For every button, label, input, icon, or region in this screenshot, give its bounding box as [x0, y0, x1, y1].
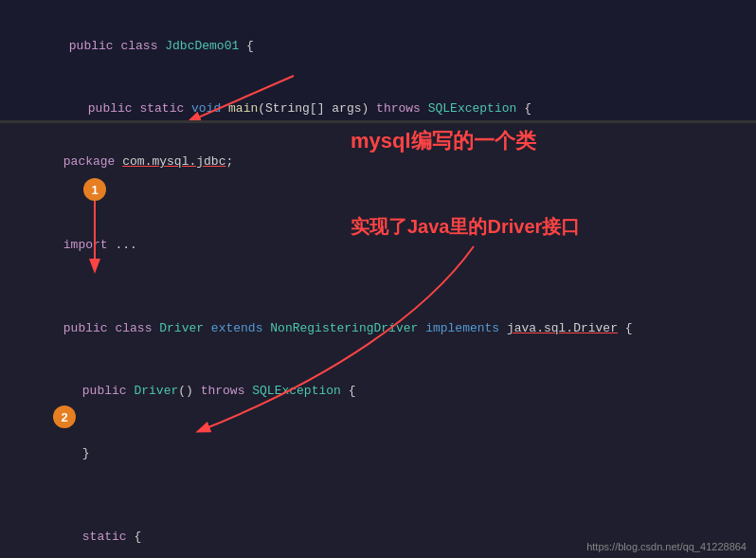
- bottom-code-container: package com.mysql.jdbc; import ... publi…: [0, 123, 756, 558]
- kw-static: static: [139, 101, 191, 116]
- package-name: com.mysql.jdbc: [122, 154, 225, 169]
- kw-implements: implements: [425, 321, 499, 335]
- blank-1: [9, 193, 756, 214]
- kw-throws2: throws: [201, 384, 253, 398]
- badge-2: 2: [53, 405, 76, 428]
- kw-pub-class: public: [63, 321, 116, 335]
- top-code-section: public class JdbcDemo01 { public static …: [0, 0, 756, 123]
- space2: [418, 321, 425, 335]
- main-params: (String[] args): [258, 101, 376, 116]
- ctor-parens: (): [178, 384, 200, 398]
- keyword-class: class: [120, 39, 165, 53]
- brace2: {: [516, 101, 531, 116]
- semicolon-pkg: ;: [225, 154, 233, 169]
- close-brace-ctor: }: [82, 446, 90, 460]
- java-sql-driver: java.sql.Driver: [507, 321, 618, 335]
- kw-static2: static: [82, 530, 135, 544]
- class-name-jdbc: JdbcDemo01: [165, 39, 239, 53]
- annotation-label-1: mysql编写的一个类: [351, 127, 536, 155]
- kw-import: import: [63, 238, 116, 252]
- class-driver-line: public class Driver extends NonRegisteri…: [9, 297, 756, 360]
- driver-constructor: Driver: [134, 384, 178, 398]
- kw-pub3: public: [82, 384, 135, 398]
- static-brace: {: [134, 530, 141, 544]
- extends-txt: [204, 321, 211, 335]
- badge-1: 1: [83, 178, 106, 201]
- brace-ctor: {: [341, 384, 356, 398]
- non-registering: NonRegisteringDriver: [270, 321, 418, 335]
- keyword-public: public: [69, 39, 121, 53]
- space3: [499, 321, 507, 335]
- blank-3: [9, 485, 756, 506]
- sqlexception2: SQLException: [252, 384, 341, 398]
- kw-extends: extends: [211, 321, 263, 335]
- kw-package: package: [63, 154, 122, 169]
- driver-class: Driver: [159, 321, 204, 335]
- constructor-line: public Driver() throws SQLException {: [9, 360, 756, 423]
- kw-class2: class: [115, 321, 159, 335]
- annotation-label-2: 实现了Java里的Driver接口: [351, 214, 756, 240]
- import-dots: ...: [115, 238, 136, 252]
- code-line-1: public class JdbcDemo01 {: [15, 15, 741, 78]
- kw-throws: throws: [376, 101, 428, 116]
- exception-type: SQLException: [428, 101, 517, 116]
- brace-class: {: [618, 321, 633, 335]
- blank-2: [9, 277, 756, 297]
- bottom-code-section: package com.mysql.jdbc; import ... publi…: [0, 123, 756, 558]
- kw-public2: public: [88, 101, 140, 116]
- method-main: main: [228, 101, 258, 116]
- close-ctor: }: [9, 423, 756, 485]
- url-label: https://blog.csdn.net/qq_41228864: [586, 541, 747, 552]
- brace-open: {: [239, 39, 254, 53]
- kw-void: void: [191, 101, 228, 116]
